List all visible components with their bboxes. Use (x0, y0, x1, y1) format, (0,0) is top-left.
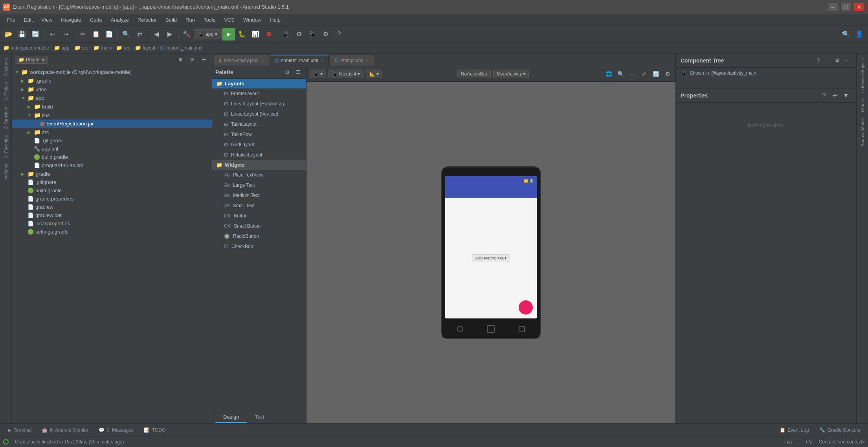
tree-gradlew-bat[interactable]: 📄 gradlew.bat (12, 211, 212, 219)
scope-btn[interactable]: ⊕ (176, 55, 185, 64)
palette-item-large-text[interactable]: Ab Large Text (212, 180, 306, 190)
forward-button[interactable]: ▶ (163, 28, 176, 40)
settings-icon[interactable]: ⚙ (663, 69, 672, 79)
nexus-device-btn[interactable]: 📱 Nexus 4 ▾ (328, 70, 363, 78)
run-button[interactable]: ▶ (222, 28, 235, 40)
activity-btn[interactable]: MainActivity ▾ (493, 70, 529, 78)
tree-gitignore-app[interactable]: 📄 .gitignore (12, 136, 212, 145)
prop-undo-btn[interactable]: ↩ (829, 90, 840, 101)
tree-gradle-folder[interactable]: ▶ 📁 .gradle (12, 76, 212, 85)
copy-button[interactable]: 📋 (90, 28, 102, 40)
menu-view[interactable]: View (37, 15, 56, 24)
tree-settings-gradle[interactable]: 🟢 settings.gradle (12, 228, 212, 236)
menu-analyze[interactable]: Analyze (107, 15, 133, 24)
palette-layout-icon[interactable]: ☰ (294, 68, 303, 77)
ct-align-icon[interactable]: ⊤ (814, 56, 823, 65)
global-search-button[interactable]: 🔍 (840, 28, 852, 40)
palette-item-checkbox[interactable]: ☑ CheckBox (212, 241, 306, 252)
tab-strings[interactable]: C strings.xml × (330, 55, 374, 66)
orientation-btn[interactable]: 📐 ▾ (366, 70, 382, 78)
ct-distribute-icon[interactable]: ⊥ (823, 56, 833, 65)
profile-button-2[interactable]: 👤 (853, 28, 866, 40)
palette-settings-icon[interactable]: ⚙ (283, 68, 292, 77)
find-button[interactable]: 🔍 (120, 28, 132, 40)
palette-item-tablerow[interactable]: ⊞ TableRow (212, 129, 306, 140)
gradle-strip[interactable]: Gradle (860, 96, 865, 115)
palette-item-relativelayout[interactable]: ⊞ RelativeLayout (212, 150, 306, 160)
palette-item-small-text[interactable]: Ab Small Text (212, 201, 306, 211)
minimize-button[interactable]: ─ (827, 3, 838, 11)
ct-settings-icon[interactable]: ⚙ (833, 56, 842, 65)
palette-item-gridlayout[interactable]: ⊞ GridLayout (212, 140, 306, 150)
variants-strip[interactable]: Variants (4, 161, 8, 183)
palette-item-medium-text[interactable]: Ab Medium Text (212, 190, 306, 201)
title-bar-controls[interactable]: ─ □ ✕ (827, 3, 865, 11)
android-model-strip[interactable]: Android Model (860, 115, 865, 149)
bc-workspace[interactable]: 📁 workspace-mobile (3, 45, 49, 51)
tab-close-strings[interactable]: × (366, 57, 369, 64)
palette-group-widgets-header[interactable]: 📁 Widgets (212, 160, 306, 170)
ct-expand-icon[interactable]: ↔ (842, 56, 851, 65)
palette-item-linearlayout-h[interactable]: ⊞ LinearLayout (Horizontal) (212, 99, 306, 109)
tree-build-gradle-app[interactable]: 🟢 build.gradle (12, 153, 212, 161)
tree-local-props[interactable]: 📄 local.properties (12, 219, 212, 228)
bc-layout[interactable]: 📁 layout (135, 45, 155, 51)
maven-strip[interactable]: m Maven Projects (860, 55, 865, 96)
project-strip[interactable]: 1: Project (4, 79, 8, 103)
gradle-console-tab[interactable]: 🔧 Gradle Console (815, 426, 865, 434)
tree-gradlew[interactable]: 📄 gradlew (12, 203, 212, 211)
profile-button[interactable]: 📊 (249, 28, 262, 40)
undo-button[interactable]: ↩ (46, 28, 59, 40)
palette-item-framelayout[interactable]: ⊞ FrameLayout (212, 88, 306, 99)
settings-button[interactable]: ⚙ (319, 28, 332, 40)
tree-jar-file[interactable]: ▦ EventRegistration.jar (12, 120, 212, 128)
project-view-dropdown[interactable]: 📁 Project ▾ (15, 56, 48, 64)
app-dropdown[interactable]: 📱 app ▾ (194, 29, 222, 39)
tree-root[interactable]: ▼ 📁 workspace-mobile (C:\gM\workspace-mo… (12, 68, 212, 76)
captures-strip[interactable]: Captures (4, 55, 8, 79)
menu-code[interactable]: Code (86, 15, 106, 24)
zoom-out-icon[interactable]: 🔍 (616, 69, 625, 79)
bc-app[interactable]: 📁 app (54, 45, 70, 51)
sdk-button[interactable]: ⚙ (293, 28, 305, 40)
build-button[interactable]: 🔨 (180, 28, 193, 40)
palette-item-radiobutton[interactable]: 🔘 RadioButton (212, 231, 306, 241)
menu-window[interactable]: Window (239, 15, 265, 24)
tree-build-gradle-root[interactable]: 🟢 build.gradle (12, 186, 212, 195)
tree-src-folder[interactable]: ▶ 📁 src (12, 128, 212, 136)
redo-button[interactable]: ↪ (59, 28, 72, 40)
prop-help-btn[interactable]: ? (818, 90, 829, 101)
sync-button[interactable]: 🔄 (29, 28, 42, 40)
menu-refactor[interactable]: Refactor (134, 15, 161, 24)
tab-content-main[interactable]: C content_main.xml × (270, 55, 329, 66)
event-log-tab[interactable]: 📋 Event Log (775, 426, 814, 434)
layout-btn[interactable]: ☰ (199, 55, 209, 64)
palette-item-tablelayout[interactable]: ⊞ TableLayout (212, 119, 306, 129)
back-button[interactable]: ◀ (150, 28, 163, 40)
menu-navigate[interactable]: Navigate (57, 15, 85, 24)
tree-app-folder[interactable]: ▼ 📁 app (12, 94, 212, 102)
todo-tab[interactable]: 📝 TODO (139, 426, 170, 434)
refresh-icon[interactable]: 🔄 (651, 69, 661, 79)
replace-button[interactable]: ⇄ (133, 28, 146, 40)
bc-src[interactable]: 📁 src (74, 45, 88, 51)
tree-app-iml[interactable]: 🔧 app.iml (12, 145, 212, 153)
palette-group-layouts-header[interactable]: 📁 Layouts (212, 79, 306, 88)
paste-button[interactable]: 📄 (103, 28, 116, 40)
virtual-device-btn[interactable]: 📱 ▾ (310, 70, 326, 78)
close-button[interactable]: ✕ (854, 3, 865, 11)
theme-btn[interactable]: NoActionBar (457, 70, 491, 78)
menu-file[interactable]: File (3, 15, 19, 24)
debug-button[interactable]: 🐛 (236, 28, 248, 40)
bc-res[interactable]: 📁 res (116, 45, 130, 51)
menu-edit[interactable]: Edit (20, 15, 37, 24)
text-tab[interactable]: Text (247, 412, 272, 423)
tab-close-content-main[interactable]: × (321, 57, 324, 64)
favorites-strip[interactable]: 2: Favorites (4, 132, 8, 161)
bc-xml[interactable]: C content_main.xml (160, 45, 202, 51)
tree-libs-folder[interactable]: ▼ 📁 libs (12, 111, 212, 120)
palette-item-small-button[interactable]: OK Small Button (212, 221, 306, 231)
structure-strip[interactable]: 2: Structure (4, 103, 8, 132)
menu-help[interactable]: Help (266, 15, 284, 24)
open-button[interactable]: 📂 (2, 28, 15, 40)
